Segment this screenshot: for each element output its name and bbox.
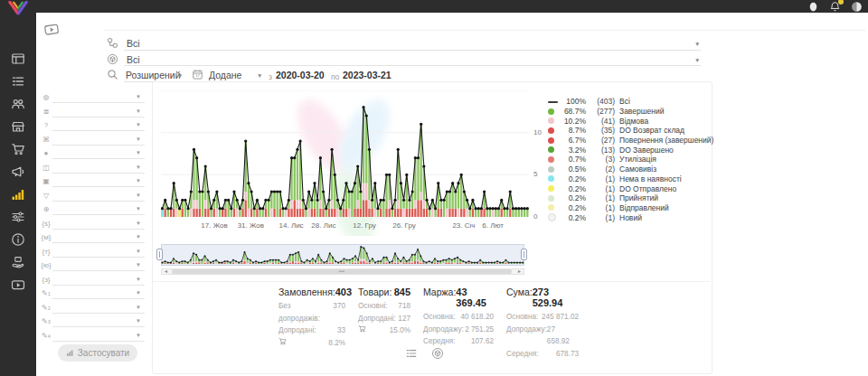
- legend-item[interactable]: 0.5%(2)Самовивіз: [548, 164, 709, 174]
- filter-funnel[interactable]: ▽▼: [36, 189, 149, 203]
- legend-percent: 100%: [560, 97, 586, 106]
- x-tick-label: 26. Гру: [392, 221, 416, 230]
- filter-custom-1-icon: ✎1: [41, 289, 52, 298]
- filter-product-type[interactable]: ◫▼: [36, 161, 149, 175]
- chevron-down-icon: ▼: [136, 262, 141, 268]
- filter-var-t[interactable]: {т}▼: [36, 245, 149, 259]
- rail-orders[interactable]: [0, 70, 36, 92]
- date-field-select[interactable]: Додане: [209, 70, 241, 80]
- filter-custom-3-icon: ✎3: [41, 317, 52, 326]
- filter-custom-1[interactable]: ✎1▼: [36, 287, 149, 301]
- filter-source[interactable]: ⊕▼: [36, 202, 149, 217]
- scrollbar-thumb[interactable]: •••: [172, 269, 512, 274]
- filter-custom-2[interactable]: ✎2▼: [36, 301, 149, 315]
- filter-var-m-icon: {м}: [41, 233, 52, 241]
- video-tutorial-icon[interactable]: [41, 21, 62, 39]
- date-to-input[interactable]: 2023-03-21: [343, 70, 392, 80]
- header-divider: [104, 30, 866, 31]
- rail-video[interactable]: [0, 273, 36, 296]
- chevron-down-icon: ▼: [136, 277, 141, 282]
- legend-item[interactable]: 0.2%(1)DO Отправлено: [548, 183, 709, 193]
- filter-var-s-icon: {s}: [41, 220, 52, 228]
- rail-analytics[interactable]: [0, 183, 36, 205]
- filter-var-t-icon: {т}: [41, 248, 52, 256]
- stat-group: Маржа:43 369.45Основна:40 618.20Допродаж…: [423, 287, 494, 348]
- group-by-product-toggle[interactable]: [431, 347, 444, 360]
- stat-subrow: Допродані:33: [278, 324, 345, 337]
- field-underline: [52, 285, 145, 286]
- legend-percent: 0.5%: [560, 164, 586, 174]
- chevron-down-icon: ▼: [257, 72, 262, 79]
- legend-item[interactable]: 0.2%(1)Нема в наявності: [548, 174, 709, 184]
- filter-custom-4[interactable]: ✎4▼: [36, 329, 149, 343]
- filter-category[interactable]: ▣▼: [36, 174, 149, 189]
- search-mode-select[interactable]: Розширений: [126, 70, 181, 80]
- scroll-right-arrow-icon[interactable]: ►: [517, 268, 522, 275]
- profile-icon[interactable]: [807, 1, 819, 13]
- legend-label: Новий: [619, 213, 642, 222]
- x-tick-label: 14. Лис: [279, 221, 304, 230]
- legend-swatch: [548, 185, 554, 192]
- legend-item[interactable]: 0.2%(1)Новий: [548, 212, 709, 222]
- filter-payment[interactable]: ●▼: [36, 146, 149, 161]
- legend-item[interactable]: 6.7%(27)Повернення (завершений): [548, 136, 709, 146]
- filter-custom-3[interactable]: ✎3▼: [36, 315, 149, 329]
- field-underline: [124, 65, 701, 66]
- stat-subvalue: 370: [333, 300, 345, 324]
- apply-button[interactable]: Застосувати: [58, 344, 137, 362]
- legend-item[interactable]: 0.2%(1)Прийнятий: [548, 193, 709, 203]
- rail-store[interactable]: [0, 115, 36, 137]
- stat-value: 273 529.94: [533, 287, 579, 308]
- rail-info[interactable]: [0, 228, 36, 250]
- notifications-bell-icon[interactable]: [829, 1, 841, 13]
- rail-dashboard[interactable]: [0, 47, 36, 70]
- filter-var-s[interactable]: {s}▼: [36, 217, 149, 231]
- legend-marker: [548, 175, 560, 182]
- legend-item[interactable]: 0.2%(1)Відправлений: [548, 203, 709, 213]
- scroll-left-arrow-icon[interactable]: ◄: [164, 268, 168, 275]
- filter-var-m[interactable]: {м}▼: [36, 230, 149, 245]
- legend-item[interactable]: 68.7%(277)Завершений: [548, 107, 709, 117]
- rail-shipping[interactable]: [0, 250, 36, 273]
- calendar-icon[interactable]: 17: [192, 69, 203, 80]
- stat-subrow: Без допродажів:370: [278, 300, 345, 324]
- search-icon[interactable]: [107, 69, 118, 80]
- legend-label: Повернення (завершений): [619, 136, 713, 145]
- legend-label: Відмова: [619, 117, 648, 126]
- field-underline: [52, 313, 145, 314]
- filter-currency[interactable]: ◍▼: [36, 90, 149, 105]
- filter-var-z[interactable]: {з}▼: [36, 273, 149, 287]
- filter-help[interactable]: ?▼: [36, 118, 149, 133]
- avatar[interactable]: [851, 1, 863, 13]
- legend-item[interactable]: 100%(403)Всі: [548, 97, 709, 107]
- legend-count: (1): [589, 184, 615, 193]
- filter-structure[interactable]: ⌘▼: [36, 133, 149, 147]
- stat-title: Товари:: [358, 287, 392, 297]
- chevron-down-icon: ▼: [136, 333, 141, 338]
- rail-customers[interactable]: [0, 92, 36, 115]
- legend-item[interactable]: 3.2%(13)DO Завершено: [548, 145, 709, 155]
- legend-count: (27): [589, 136, 615, 145]
- y-tick-label: 0: [533, 212, 548, 221]
- rail-settings[interactable]: [0, 205, 36, 228]
- stat-sublabel: Основна:: [506, 311, 538, 324]
- stat-subvalue: 40 618.20: [461, 311, 494, 324]
- legend-item[interactable]: 8.7%(35)DO Возврат склад: [548, 126, 709, 136]
- legend-swatch: [548, 156, 554, 163]
- stat-sublabel: Основні:: [358, 300, 388, 313]
- rail-marketing[interactable]: [0, 160, 36, 183]
- legend-swatch: [548, 101, 558, 104]
- navigator-right-handle[interactable]: [521, 249, 527, 260]
- x-tick-label: 28. Лис: [311, 221, 335, 230]
- date-from-input[interactable]: 2020-03-20: [276, 70, 325, 80]
- app-logo-icon[interactable]: [6, 1, 30, 15]
- rail-cart[interactable]: [0, 137, 36, 160]
- date-to-label: по: [331, 72, 339, 81]
- filter-statuses[interactable]: ≣▼: [36, 105, 149, 119]
- group-by-status-toggle[interactable]: [405, 347, 418, 360]
- main-chart[interactable]: [161, 90, 529, 218]
- legend-item[interactable]: 10.2%(41)Відмова: [548, 116, 709, 126]
- filter-var-yu[interactable]: {ю}▼: [36, 258, 149, 273]
- legend-item[interactable]: 0.7%(3)Утилізація: [548, 155, 709, 164]
- navigator-left-handle[interactable]: [156, 249, 163, 260]
